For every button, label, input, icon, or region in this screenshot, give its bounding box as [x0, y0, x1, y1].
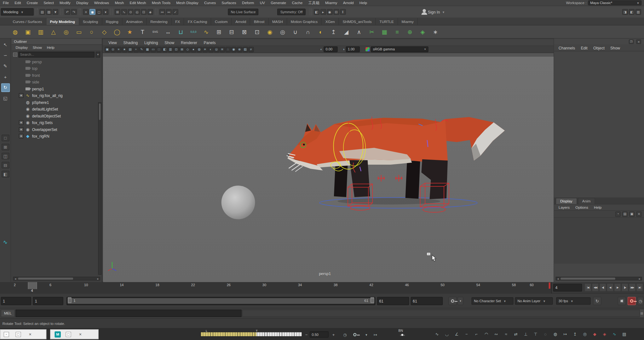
- combine-icon[interactable]: ⊞: [214, 26, 224, 37]
- fill-hole-icon[interactable]: ⊡: [252, 26, 262, 37]
- select-object-icon[interactable]: ◼: [89, 9, 95, 15]
- outliner-item-defaultobjectset[interactable]: +◉defaultObjectSet: [11, 112, 102, 119]
- spine-cross-control[interactable]: [377, 175, 403, 182]
- poly-sphere-icon[interactable]: ◍: [10, 26, 20, 37]
- output-connections-icon[interactable]: ↤: [166, 9, 172, 15]
- shelf-tab-animation[interactable]: Animation: [123, 18, 147, 25]
- menu-edit-mesh[interactable]: Edit Mesh: [127, 1, 149, 5]
- scroll-right-icon[interactable]: ▶: [96, 277, 100, 280]
- menu-arnold[interactable]: Arnold: [340, 1, 357, 5]
- snap-view-plane-icon[interactable]: ⊡: [141, 9, 147, 15]
- menu-curves[interactable]: Curves: [201, 1, 219, 5]
- shelf-tab-fx-caching[interactable]: FX Caching: [184, 18, 211, 25]
- go-to-end-button[interactable]: ▶|: [636, 283, 643, 292]
- script-editor-icon[interactable]: ▤: [640, 309, 644, 317]
- character-set-menu-icon[interactable]: ▼: [457, 297, 463, 305]
- layer-menu-options[interactable]: Options: [572, 205, 591, 209]
- shelf-tab-sculpting[interactable]: Sculpting: [79, 18, 102, 25]
- grease-pencil-icon[interactable]: ✎: [139, 47, 144, 52]
- maya-taskbar-icon[interactable]: M: [55, 331, 61, 337]
- playback-loop-button[interactable]: ↻: [593, 297, 601, 305]
- pause-icon[interactable]: ‖: [340, 9, 346, 15]
- step-icon[interactable]: ↦: [372, 332, 379, 338]
- clip-editor-icon[interactable]: ▤: [621, 331, 628, 337]
- lasso-select-tool[interactable]: ∽: [1, 51, 9, 60]
- poly-cube-icon[interactable]: ▣: [23, 26, 33, 37]
- timeline-tick-22[interactable]: 22: [191, 283, 195, 287]
- render-current-frame-icon[interactable]: ▸: [320, 9, 326, 15]
- menu-select[interactable]: Select: [41, 1, 57, 5]
- menu-mesh-tools[interactable]: Mesh Tools: [149, 1, 173, 5]
- menu-file[interactable]: File: [0, 1, 12, 5]
- ghost-icon[interactable]: ◎: [582, 331, 588, 337]
- maximize-button[interactable]: □: [16, 332, 21, 337]
- target-weld-icon[interactable]: ⊕: [405, 26, 415, 37]
- range-slider-track[interactable]: 1 61: [66, 297, 375, 305]
- snap-projected-center-icon[interactable]: ◎: [134, 9, 140, 15]
- poly-pipe-icon[interactable]: ◯: [112, 26, 123, 37]
- flat-tangent-icon[interactable]: −: [463, 331, 470, 337]
- move-layer-up-icon[interactable]: ◔: [615, 211, 621, 217]
- red-marker-b-icon[interactable]: ◈: [601, 331, 608, 337]
- command-language-button[interactable]: MEL: [1, 309, 15, 317]
- two-pane-stacked-layout-button[interactable]: ⊟: [2, 162, 9, 168]
- selection-mask-dropdown-icon[interactable]: ▾: [103, 9, 108, 15]
- increment-button[interactable]: +: [331, 332, 336, 337]
- multisample-icon[interactable]: ∴: [225, 47, 231, 52]
- menu-uv[interactable]: UV: [257, 1, 268, 5]
- open-scene-icon[interactable]: ▨: [46, 9, 52, 15]
- resolution-gate-icon[interactable]: □: [156, 47, 162, 52]
- shelf-tab-custom[interactable]: Custom: [211, 18, 232, 25]
- new-empty-layer-icon[interactable]: ▤: [622, 211, 628, 217]
- step-tangent-icon[interactable]: ⌐: [473, 331, 480, 337]
- film-gate-icon[interactable]: ▭: [151, 47, 156, 52]
- boolean-intersect-icon[interactable]: ∩: [303, 26, 313, 37]
- sphere-model[interactable]: [221, 186, 255, 219]
- menu-mesh[interactable]: Mesh: [112, 1, 127, 5]
- linear-tangent-icon[interactable]: ∠: [453, 331, 460, 337]
- clamped-tangent-icon[interactable]: ◡: [444, 331, 450, 337]
- viewport-menu-view[interactable]: View: [105, 40, 120, 44]
- shadows-icon[interactable]: ◐: [208, 47, 213, 52]
- pan-zoom-icon[interactable]: +: [133, 47, 139, 52]
- character-set-key-button[interactable]: [448, 297, 457, 305]
- connect-icon[interactable]: ≡: [392, 26, 403, 37]
- isolate-select-icon[interactable]: ⊕: [237, 47, 242, 52]
- play-forwards-button[interactable]: ▶: [614, 283, 621, 292]
- four-pane-layout-button[interactable]: ⊞: [2, 144, 9, 150]
- menu-set-dropdown[interactable]: Modeling ▼: [1, 8, 34, 15]
- outliner-persp-layout-button[interactable]: ◧: [2, 171, 9, 178]
- restore-button[interactable]: ▫: [4, 332, 9, 337]
- timeline-tick-18[interactable]: 18: [155, 283, 159, 287]
- single-pane-layout-button[interactable]: □: [2, 135, 9, 141]
- menu-deform[interactable]: Deform: [239, 1, 257, 5]
- channel-box-menu-show[interactable]: Show: [607, 45, 623, 50]
- shelf-tab-mash[interactable]: MASH: [268, 18, 287, 25]
- xray-icon[interactable]: ▨: [243, 47, 248, 52]
- weight-field[interactable]: 0.50: [310, 332, 329, 338]
- poly-disc-icon[interactable]: ○: [86, 26, 97, 37]
- outliner-item-fox-rigrn[interactable]: +◆fox_rigRN: [11, 133, 102, 140]
- ipr-render-icon[interactable]: ◉: [327, 9, 332, 15]
- timeline-tick-42[interactable]: 42: [369, 283, 373, 287]
- select-component-icon[interactable]: ◻: [96, 9, 102, 15]
- crease-icon[interactable]: ◈: [417, 26, 428, 37]
- time-slider-track[interactable]: 261014182226303438424650545860 4: [0, 282, 552, 294]
- type-tool-icon[interactable]: T: [137, 26, 148, 37]
- auto-keyframe-button[interactable]: [628, 297, 636, 305]
- layer-list-area[interactable]: [554, 218, 644, 264]
- timeline-tick-34[interactable]: 34: [298, 283, 302, 287]
- scroll-left-icon[interactable]: ◀: [556, 277, 560, 280]
- outliner-filter-icon[interactable]: [13, 53, 17, 57]
- range-start-handle[interactable]: [68, 297, 72, 303]
- step-forward-key-button[interactable]: |▶: [621, 283, 628, 292]
- bn-slider-handle[interactable]: [401, 334, 404, 336]
- rotate-tool[interactable]: ↻: [1, 83, 9, 92]
- dof-icon[interactable]: ◉: [231, 47, 236, 52]
- channel-box-menu-object[interactable]: Object: [590, 45, 607, 50]
- menu-cache[interactable]: Cache: [289, 1, 305, 5]
- boolean-union-icon[interactable]: ∪: [290, 26, 301, 37]
- shaded-mode-icon[interactable]: ●: [191, 47, 196, 52]
- menu-display[interactable]: Display: [73, 1, 91, 5]
- mirror-icon[interactable]: ◐: [315, 26, 326, 37]
